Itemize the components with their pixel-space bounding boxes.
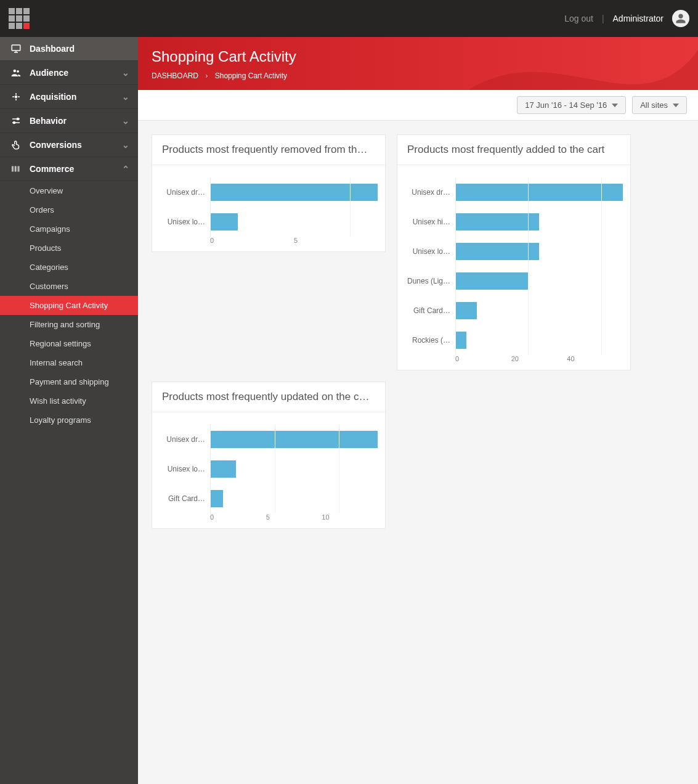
sidebar-item-label: Dashboard	[30, 44, 75, 54]
axis-tick: 0	[210, 237, 294, 244]
sidebar-item-behavior[interactable]: Behavior⌄	[0, 109, 138, 133]
svg-rect-9	[17, 166, 18, 172]
axis-tick: 40	[567, 355, 623, 362]
card-title: Products most frequently updated on the …	[152, 382, 385, 412]
bar-label: Unisex lo…	[160, 218, 210, 226]
axis-tick: 10	[322, 513, 378, 521]
svg-rect-6	[12, 166, 13, 172]
bar-label: Rockies (…	[405, 336, 455, 345]
svg-rect-7	[14, 166, 14, 172]
sidebar-item-label: Behavior	[30, 116, 67, 126]
chevron-down-icon: ⌄	[122, 164, 129, 174]
chart: Unisex dr…Unisex lo…05	[152, 165, 385, 251]
sidebar-item-conversions[interactable]: Conversions⌄	[0, 133, 138, 157]
sidebar-item-dashboard[interactable]: Dashboard	[0, 37, 138, 61]
bar-row: Unisex dr…	[160, 425, 378, 454]
sidebar-subitem[interactable]: Orders	[0, 200, 138, 219]
bar	[210, 490, 223, 508]
bar-label: Unisex lo…	[160, 465, 210, 473]
sidebar-subitem[interactable]: Internal search	[0, 353, 138, 372]
avatar-icon[interactable]	[672, 10, 689, 27]
card-title: Products most frequently added to the ca…	[397, 135, 630, 165]
chart-card: Products most frequently updated on the …	[152, 382, 386, 529]
sidebar-subitem[interactable]: Campaigns	[0, 219, 138, 239]
sidebar-item-label: Acquisition	[30, 92, 76, 102]
axis-tick: 5	[294, 237, 378, 244]
chart-card: Products most frequently removed from th…	[152, 134, 386, 252]
breadcrumb-root[interactable]: DASHBOARD	[152, 71, 198, 80]
bar-row: Gift Card…	[405, 296, 623, 325]
bar-row: Gift Card…	[160, 484, 378, 513]
sidebar-subitem[interactable]: Products	[0, 239, 138, 258]
svg-point-3	[15, 96, 17, 98]
sidebar-subitem[interactable]: Loyalty programs	[0, 410, 138, 430]
axis-tick: 5	[266, 513, 322, 521]
bar	[210, 431, 378, 449]
sidebar-item-label: Commerce	[30, 164, 74, 174]
topbar: Log out | Administrator	[0, 0, 698, 37]
toolbar: 17 Jun '16 - 14 Sep '16 All sites	[138, 90, 698, 121]
user-link[interactable]: Administrator	[613, 14, 664, 23]
bar-row: Unisex lo…	[160, 454, 378, 484]
chart: Unisex dr…Unisex lo…Gift Card…0510	[152, 412, 385, 528]
chevron-down-icon	[673, 104, 679, 107]
card-title: Products most frequently removed from th…	[152, 135, 385, 165]
logout-link[interactable]: Log out	[564, 14, 593, 23]
sidebar-item-label: Audience	[30, 68, 68, 78]
bar-label: Gift Card…	[405, 306, 455, 315]
bar-row: Rockies (…	[405, 325, 623, 355]
monitor-icon	[9, 43, 23, 54]
svg-point-1	[14, 70, 17, 73]
svg-rect-10	[18, 166, 20, 172]
chevron-down-icon: ⌄	[122, 116, 129, 126]
sidebar-item-commerce[interactable]: Commerce⌄	[0, 157, 138, 181]
sidebar-subitem[interactable]: Filtering and sorting	[0, 315, 138, 334]
sidebar-subitem[interactable]: Customers	[0, 277, 138, 296]
bar	[455, 272, 528, 290]
sidebar-item-audience[interactable]: Audience⌄	[0, 61, 138, 85]
date-range-selector[interactable]: 17 Jun '16 - 14 Sep '16	[517, 96, 626, 114]
chevron-down-icon: ⌄	[122, 140, 129, 150]
bar-row: Dunes (Lig…	[405, 266, 623, 296]
sidebar-subitem[interactable]: Wish list activity	[0, 391, 138, 410]
main: Shopping Cart Activity DASHBOARD › Shopp…	[138, 37, 698, 784]
sidebar-subitem[interactable]: Shopping Cart Activity	[0, 296, 138, 315]
chevron-down-icon	[612, 104, 618, 107]
chart: Unisex dr…Unisex hi…Unisex lo…Dunes (Lig…	[397, 165, 630, 370]
bar-label: Unisex dr…	[405, 188, 455, 197]
bar-row: Unisex lo…	[160, 207, 378, 237]
separator: |	[602, 14, 604, 23]
svg-rect-8	[15, 166, 17, 172]
bar-label: Unisex hi…	[405, 218, 455, 226]
sliders-icon	[9, 115, 23, 126]
sidebar-subitem[interactable]: Overview	[0, 181, 138, 200]
target-icon	[9, 91, 23, 102]
bar-row: Unisex dr…	[160, 178, 378, 207]
sidebar-subitem[interactable]: Regional settings	[0, 334, 138, 353]
chart-card: Products most frequently added to the ca…	[397, 134, 631, 370]
bar-row: Unisex lo…	[405, 237, 623, 266]
chevron-down-icon: ⌄	[122, 68, 129, 78]
bar	[455, 302, 477, 320]
axis-tick: 0	[455, 355, 511, 362]
sidebar-item-acquisition[interactable]: Acquisition⌄	[0, 85, 138, 109]
bar-label: Dunes (Lig…	[405, 277, 455, 285]
users-icon	[9, 67, 23, 78]
breadcrumb-current: Shopping Cart Activity	[215, 71, 287, 80]
app-logo-icon[interactable]	[9, 8, 30, 29]
x-axis: 05	[210, 237, 378, 244]
svg-point-4	[17, 118, 19, 120]
touch-icon	[9, 139, 23, 150]
bar	[210, 460, 236, 478]
sidebar-subitem[interactable]: Categories	[0, 258, 138, 277]
site-selector[interactable]: All sites	[632, 96, 687, 114]
bar-row: Unisex hi…	[405, 207, 623, 237]
bar-label: Unisex lo…	[405, 247, 455, 256]
svg-point-2	[17, 70, 19, 73]
bar	[455, 332, 466, 349]
axis-tick: 0	[210, 513, 266, 521]
sidebar-subitem[interactable]: Payment and shipping	[0, 372, 138, 391]
content: Products most frequently removed from th…	[138, 121, 698, 542]
bar	[210, 213, 238, 231]
sidebar-item-label: Conversions	[30, 140, 82, 150]
